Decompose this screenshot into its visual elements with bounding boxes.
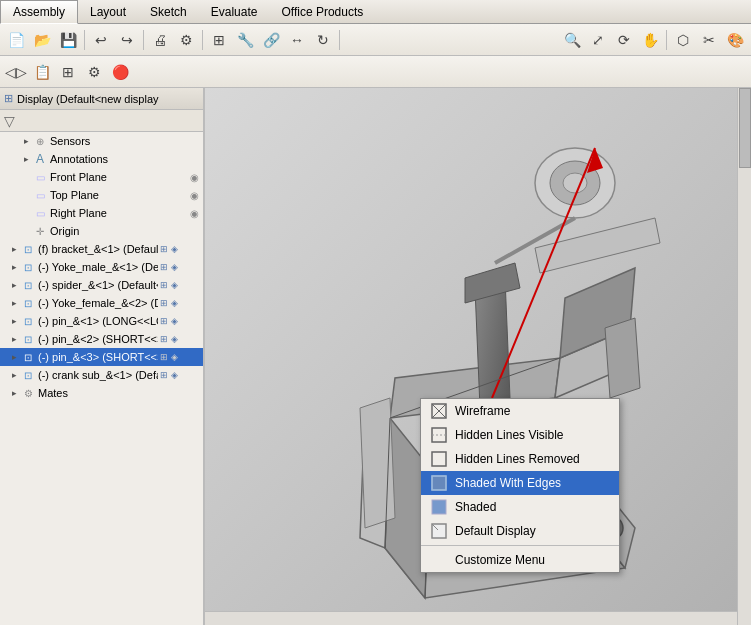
expand-crank[interactable]: ▸	[8, 369, 20, 381]
hidden-vis-label: Hidden Lines Visible	[455, 428, 564, 442]
viewport[interactable]: Wireframe Hidden Lines Visible Hidden Li…	[205, 88, 751, 625]
expand-pin3[interactable]: ▸	[8, 351, 20, 363]
expand-pin1[interactable]: ▸	[8, 315, 20, 327]
print-btn[interactable]: 🖨	[148, 28, 172, 52]
config-manager-btn[interactable]: ⚙	[82, 60, 106, 84]
tree-item-pin1[interactable]: ▸ ⊡ (-) pin_&<1> (LONG<<LO... ⊞ ◈	[0, 312, 203, 330]
right-scrollbar[interactable]	[737, 88, 751, 625]
expand-pin2[interactable]: ▸	[8, 333, 20, 345]
hidden-rem-icon	[429, 450, 449, 468]
expand-mates[interactable]: ▸	[8, 387, 20, 399]
move-btn[interactable]: ↔	[285, 28, 309, 52]
new-btn[interactable]: 📄	[4, 28, 28, 52]
expand-sensors[interactable]: ▸	[20, 135, 32, 147]
tree-item-crank[interactable]: ▸ ⊡ (-) crank sub_&<1> (Defa... ⊞ ◈	[0, 366, 203, 384]
customize-icon	[429, 551, 449, 569]
tree-item-sensors[interactable]: ▸ ⊕ Sensors	[0, 132, 203, 150]
expand-yoke-male[interactable]: ▸	[8, 261, 20, 273]
options-btn[interactable]: ⚙	[174, 28, 198, 52]
hide-tree-btn[interactable]: ◁▷	[4, 60, 28, 84]
tree-item-right-plane[interactable]: ▭ Right Plane ◉	[0, 204, 203, 222]
rotate-view-btn[interactable]: ⟳	[612, 28, 636, 52]
context-menu-item-default[interactable]: Default Display	[421, 519, 619, 543]
save-btn[interactable]: 💾	[56, 28, 80, 52]
feature-manager-btn[interactable]: 📋	[30, 60, 54, 84]
menubar: Assembly Layout Sketch Evaluate Office P…	[0, 0, 751, 24]
display-btn[interactable]: ⬡	[671, 28, 695, 52]
context-menu-item-shaded[interactable]: Shaded	[421, 495, 619, 519]
yoke-female-label: (-) Yoke_female_&<2> (D...	[38, 297, 158, 309]
pin2-icon: ⊡	[20, 331, 36, 347]
menu-tab-layout[interactable]: Layout	[78, 0, 138, 23]
section-btn[interactable]: ✂	[697, 28, 721, 52]
sensor-icon: ⊕	[32, 133, 48, 149]
tree-scroll-area[interactable]: ▸ ⊕ Sensors ▸ A Annotations ▭ Front Plan…	[0, 132, 203, 625]
front-plane-vis-icon: ◉	[190, 172, 199, 183]
menu-tab-office-products[interactable]: Office Products	[269, 0, 375, 23]
pin2-label: (-) pin_&<2> (SHORT<<S...	[38, 333, 158, 345]
svg-rect-32	[432, 500, 446, 514]
property-manager-btn[interactable]: ⊞	[56, 60, 80, 84]
bottom-scrollbar[interactable]	[205, 611, 737, 625]
yoke-male-label: (-) Yoke_male_&<1> (Def...	[38, 261, 158, 273]
filter-icon: ▽	[4, 113, 15, 129]
tree-item-yoke-male[interactable]: ▸ ⊡ (-) Yoke_male_&<1> (Def... ⊞ ◈	[0, 258, 203, 276]
right-scroll-thumb[interactable]	[739, 88, 751, 168]
right-plane-vis-icon: ◉	[190, 208, 199, 219]
redo-btn[interactable]: ↪	[115, 28, 139, 52]
menu-tab-assembly[interactable]: Assembly	[0, 0, 78, 24]
annotation-icon: A	[32, 151, 48, 167]
tree-item-pin2[interactable]: ▸ ⊡ (-) pin_&<2> (SHORT<<S... ⊞ ◈	[0, 330, 203, 348]
expand-annotations[interactable]: ▸	[20, 153, 32, 165]
context-menu-item-wireframe[interactable]: Wireframe	[421, 399, 619, 423]
sep1	[84, 30, 85, 50]
tree-item-annotations[interactable]: ▸ A Annotations	[0, 150, 203, 168]
pin2-icons: ⊞ ◈	[160, 334, 178, 344]
svg-marker-15	[605, 318, 640, 398]
main-area: ⊞ Display (Default<new display ▽ ▸ ⊕ Sen…	[0, 88, 751, 625]
tree-item-spider[interactable]: ▸ ⊡ (-) spider_&<1> (Default< ⊞ ◈	[0, 276, 203, 294]
context-menu-item-customize[interactable]: Customize Menu	[421, 548, 619, 572]
svg-marker-16	[360, 398, 395, 528]
context-menu-item-hidden-vis[interactable]: Hidden Lines Visible	[421, 423, 619, 447]
tree-item-bracket[interactable]: ▸ ⊡ (f) bracket_&<1> (Default< ⊞ ◈	[0, 240, 203, 258]
insert-btn[interactable]: ⊞	[207, 28, 231, 52]
open-btn[interactable]: 📂	[30, 28, 54, 52]
pin3-icons: ⊞ ◈	[160, 352, 178, 362]
expand-spider[interactable]: ▸	[8, 279, 20, 291]
tree-item-pin3[interactable]: ▸ ⊡ (-) pin_&<3> (SHORT<<S... ⊞ ◈	[0, 348, 203, 366]
tree-item-yoke-female[interactable]: ▸ ⊡ (-) Yoke_female_&<2> (D... ⊞ ◈	[0, 294, 203, 312]
undo-btn[interactable]: ↩	[89, 28, 113, 52]
yoke-male-icon: ⊡	[20, 259, 36, 275]
toolbar-row1: 📄 📂 💾 ↩ ↪ 🖨 ⚙ ⊞ 🔧 🔗 ↔ ↻ 🔍 ⤢ ⟳ ✋ ⬡ ✂ 🎨	[0, 24, 751, 56]
tree-item-origin[interactable]: ✛ Origin	[0, 222, 203, 240]
pan-btn[interactable]: ✋	[638, 28, 662, 52]
spider-icon: ⊡	[20, 277, 36, 293]
crank-label: (-) crank sub_&<1> (Defa...	[38, 369, 158, 381]
sep3	[202, 30, 203, 50]
expand-yoke-female[interactable]: ▸	[8, 297, 20, 309]
context-menu-item-shaded-edges[interactable]: Shaded With Edges	[421, 471, 619, 495]
tree-item-mates[interactable]: ▸ ⚙ Mates	[0, 384, 203, 402]
sensors-label: Sensors	[50, 135, 90, 147]
display-icon: ⊞	[4, 92, 13, 105]
pin3-label: (-) pin_&<3> (SHORT<<S...	[38, 351, 158, 363]
dm-btn[interactable]: 🔴	[108, 60, 132, 84]
zoom-in-btn[interactable]: 🔍	[560, 28, 584, 52]
menu-tab-evaluate[interactable]: Evaluate	[199, 0, 270, 23]
tree-item-front-plane[interactable]: ▭ Front Plane ◉	[0, 168, 203, 186]
rotate-btn[interactable]: ↻	[311, 28, 335, 52]
wireframe-label: Wireframe	[455, 404, 510, 418]
view-palette-btn[interactable]: 🎨	[723, 28, 747, 52]
expand-bracket[interactable]: ▸	[8, 243, 20, 255]
menu-tab-sketch[interactable]: Sketch	[138, 0, 199, 23]
front-plane-label: Front Plane	[50, 171, 107, 183]
zoom-fit-btn[interactable]: ⤢	[586, 28, 610, 52]
component-btn[interactable]: 🔧	[233, 28, 257, 52]
spider-icons: ⊞ ◈	[160, 280, 178, 290]
tree-item-top-plane[interactable]: ▭ Top Plane ◉	[0, 186, 203, 204]
mate-btn[interactable]: 🔗	[259, 28, 283, 52]
sep5	[666, 30, 667, 50]
context-menu-item-hidden-rem[interactable]: Hidden Lines Removed	[421, 447, 619, 471]
toolbar-row2: ◁▷ 📋 ⊞ ⚙ 🔴	[0, 56, 751, 88]
